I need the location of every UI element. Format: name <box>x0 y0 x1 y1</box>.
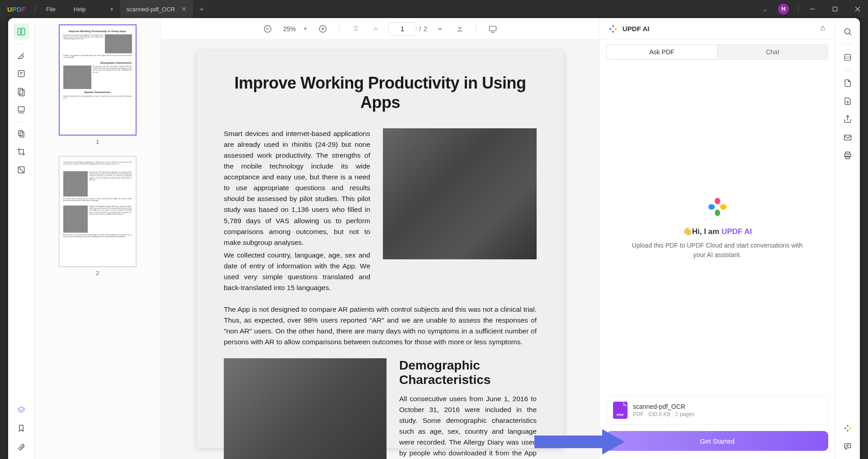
zoom-out-icon[interactable] <box>260 22 275 36</box>
document-tab[interactable]: scanned-pdf_OCR ✕ <box>120 0 194 18</box>
tab-close-icon[interactable]: ✕ <box>181 5 187 13</box>
first-page-icon[interactable] <box>349 22 363 36</box>
search-icon[interactable] <box>840 23 856 40</box>
email-icon[interactable] <box>840 129 856 145</box>
svg-rect-6 <box>18 70 24 76</box>
updf-ai-large-logo-icon <box>707 196 728 218</box>
edit-tool[interactable] <box>13 84 29 100</box>
paragraph-1b: We collected country, language, age, sex… <box>224 250 370 293</box>
last-page-icon[interactable] <box>453 22 467 36</box>
document-image-2 <box>224 358 387 459</box>
chevron-down-icon: ▼ <box>303 26 307 31</box>
svg-rect-35 <box>845 156 849 159</box>
thumb-label-1: 1 <box>59 138 137 145</box>
svg-rect-9 <box>18 89 23 94</box>
next-page-icon[interactable] <box>433 22 447 36</box>
doc-toolbar: 25%▼ / 2 <box>161 18 599 40</box>
maximize-button[interactable] <box>825 0 845 18</box>
ai-description: Upload this PDF to UPDF Cloud and start … <box>632 241 803 260</box>
tab-title: scanned-pdf_OCR <box>127 6 175 13</box>
user-avatar[interactable]: H <box>778 4 789 14</box>
svg-rect-11 <box>18 107 24 111</box>
svg-rect-25 <box>821 28 825 30</box>
svg-point-26 <box>844 28 850 34</box>
document-image-1 <box>383 128 537 259</box>
print-icon[interactable] <box>840 147 856 164</box>
svg-point-30 <box>847 102 848 103</box>
svg-rect-10 <box>19 90 24 96</box>
thumbnails-tool[interactable] <box>13 23 29 40</box>
crop-tool[interactable] <box>13 144 29 160</box>
paragraph-2: The App is not designed to compare AR pa… <box>224 304 537 347</box>
attachment-tool[interactable] <box>13 438 29 454</box>
thumbnail-page-1[interactable]: Improve Working Productivity in Using Ap… <box>59 24 137 153</box>
ai-greeting: 👋Hi, I am UPDF AI <box>683 227 752 236</box>
layers-tool[interactable] <box>13 402 29 418</box>
svg-line-27 <box>849 33 851 35</box>
document-viewport[interactable]: Improve Working Productivity in Using Ap… <box>161 40 599 459</box>
paragraph-1: Smart devices and internet-based applica… <box>224 128 370 248</box>
presentation-icon[interactable] <box>486 22 500 36</box>
file-meta: PDF · 530.8 KB · 2 pages <box>633 411 821 417</box>
window-options-icon[interactable]: ⌄ <box>762 6 767 13</box>
close-window-button[interactable] <box>847 0 868 18</box>
file-card: PDF scanned-pdf_OCR PDF · 530.8 KB · 2 p… <box>606 396 828 425</box>
ai-panel: UPDF AI Ask PDF Chat 👋Hi, I am UPDF AI U… <box>599 18 835 459</box>
right-toolbar: OCR <box>835 18 860 459</box>
svg-rect-4 <box>18 28 20 35</box>
chat-tab[interactable]: Chat <box>717 44 828 60</box>
page-total: 2 <box>424 25 427 33</box>
thumb-label-2: 2 <box>59 270 137 276</box>
tab-list-dropdown[interactable]: ▾ <box>104 0 120 18</box>
lock-icon[interactable] <box>819 24 826 33</box>
save-icon[interactable] <box>840 75 856 91</box>
bookmark-tool[interactable] <box>13 420 29 436</box>
minimize-button[interactable] <box>802 0 823 18</box>
page-separator: / <box>419 25 421 33</box>
page-title: Improve Working Productivity in Using Ap… <box>224 73 537 112</box>
document-area: 25%▼ / 2 Improve Working Productivity in… <box>161 18 599 459</box>
workspace: Improve Working Productivity in Using Ap… <box>8 18 860 459</box>
feedback-icon[interactable] <box>840 438 856 454</box>
svg-text:OCR: OCR <box>844 56 851 59</box>
new-tab-button[interactable]: ＋ <box>193 5 210 14</box>
ocr-icon[interactable]: OCR <box>840 49 856 66</box>
comment-tool[interactable] <box>13 66 29 82</box>
svg-rect-1 <box>833 7 837 11</box>
pdf-page: Improve Working Productivity in Using Ap… <box>197 51 564 448</box>
ai-toggle-icon[interactable] <box>840 420 856 436</box>
prev-page-icon[interactable] <box>368 22 383 36</box>
thumb-title: Improve Working Productivity in Using Ap… <box>63 30 132 33</box>
thumbnail-panel: Improve Working Productivity in Using Ap… <box>34 18 161 459</box>
thumb-subheading: Demographic Characteristics <box>63 61 132 64</box>
svg-rect-5 <box>21 28 24 35</box>
redact-tool[interactable] <box>13 162 29 178</box>
highlight-tool[interactable] <box>13 47 29 64</box>
ai-panel-title: UPDF AI <box>623 25 649 33</box>
page-number-input[interactable] <box>388 22 416 36</box>
section-heading: Demographic Characteristics <box>399 358 537 387</box>
organize-tool[interactable] <box>13 126 29 142</box>
zoom-value: 25% <box>283 25 296 33</box>
titlebar: UPDF File Help ▾ scanned-pdf_OCR ✕ ＋ ⌄ H <box>0 0 868 18</box>
menu-file[interactable]: File <box>37 6 65 13</box>
left-toolbar <box>8 18 34 459</box>
app-logo: UPDF <box>0 5 33 13</box>
get-started-button[interactable]: Get Started <box>606 431 828 451</box>
zoom-dropdown[interactable]: 25%▼ <box>279 25 311 33</box>
svg-rect-14 <box>20 132 24 137</box>
zoom-in-icon[interactable] <box>316 22 330 36</box>
share-icon[interactable] <box>840 111 856 127</box>
thumbnail-page-2[interactable]: Smart devices and internet-based applica… <box>59 156 137 285</box>
pdf-file-icon: PDF <box>613 402 627 419</box>
ask-pdf-tab[interactable]: Ask PDF <box>606 44 717 60</box>
form-tool[interactable] <box>13 102 29 118</box>
paragraph-3: All consecutive users from June 1, 2016 … <box>399 393 537 459</box>
thumb-subheading-2: Baseline Characteristics <box>63 91 132 94</box>
svg-rect-32 <box>844 135 851 140</box>
menu-help[interactable]: Help <box>65 6 95 13</box>
file-name: scanned-pdf_OCR <box>633 403 821 410</box>
svg-rect-13 <box>19 131 22 136</box>
svg-rect-23 <box>489 26 496 31</box>
protect-icon[interactable] <box>840 93 856 109</box>
